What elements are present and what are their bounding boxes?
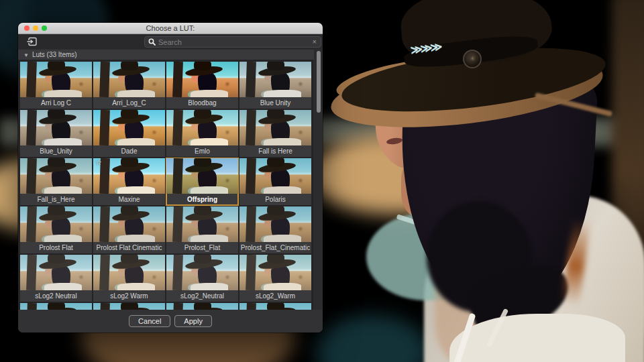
thumb-tree-trunk <box>246 62 256 97</box>
lut-item[interactable]: Bloodbag <box>166 62 238 109</box>
apply-button[interactable]: Apply <box>174 315 212 327</box>
lut-item[interactable]: sLog2_Neutral <box>166 255 238 302</box>
cancel-button[interactable]: Cancel <box>129 315 170 327</box>
lut-name-label: Blue_Unity <box>20 145 92 157</box>
lut-thumbnail <box>239 206 311 242</box>
lut-thumbnail-scene <box>93 62 165 97</box>
search-icon <box>148 38 156 46</box>
lut-name-label: Prolost Flat Cinematic <box>93 242 165 253</box>
lut-grid: Arri Log C Arri_Log_C <box>18 60 313 311</box>
lut-thumbnail-scene <box>93 110 165 145</box>
thumb-tree-trunk <box>26 158 37 194</box>
dialog-titlebar: Choose a LUT: <box>18 23 323 34</box>
lut-name-label: Dade <box>93 145 165 157</box>
lut-item[interactable]: Emlo <box>166 110 238 157</box>
lut-item[interactable]: ☆ Maxine <box>93 158 165 205</box>
lut-thumbnail <box>166 62 238 97</box>
close-button[interactable] <box>24 25 30 31</box>
thumb-hat-crown <box>267 206 285 215</box>
thumb-hat-crown <box>267 158 285 167</box>
lut-thumbnail <box>20 110 92 145</box>
choose-lut-dialog: Choose a LUT: × ▼Luts (33 Items) <box>18 23 323 333</box>
lut-item[interactable]: Prolost Flat Cinematic <box>93 206 165 253</box>
thumb-white-top <box>264 138 301 145</box>
lut-item[interactable]: Offspring <box>166 158 238 205</box>
lut-name-label: sLog2 Warm <box>93 290 165 302</box>
lut-item[interactable]: Prolost_Flat_Cinematic <box>239 206 311 253</box>
lut-item[interactable]: Arri_Log_C <box>93 62 165 109</box>
lut-name-label: Blue Unity <box>239 97 311 109</box>
lut-item[interactable]: Dade <box>93 110 165 157</box>
thumb-tree-trunk <box>26 206 37 242</box>
thumb-tree-trunk <box>99 110 110 145</box>
thumb-hat-crown <box>267 110 285 119</box>
thumb-tree-trunk <box>172 158 183 194</box>
favorite-star-icon: ☆ <box>95 158 102 167</box>
clear-search-icon[interactable]: × <box>309 37 321 47</box>
thumb-white-top <box>44 90 82 97</box>
lut-item[interactable]: Blue_Unity <box>20 110 92 157</box>
lut-name-label: Polaris <box>239 194 311 205</box>
lut-item[interactable]: sLog2_Warm <box>239 255 311 302</box>
import-lut-icon <box>26 36 38 47</box>
search-field: × <box>144 36 321 48</box>
lut-item[interactable]: Polaris <box>239 158 311 205</box>
traffic-lights <box>24 25 47 31</box>
luts-section-header[interactable]: ▼Luts (33 Items) <box>18 50 323 60</box>
lut-thumbnail <box>239 62 311 97</box>
thumb-hat-crown <box>48 110 66 119</box>
lut-thumbnail <box>166 206 238 242</box>
lut-thumbnail <box>20 158 92 194</box>
lut-item[interactable]: Fall_is_Here <box>20 158 92 205</box>
lut-thumbnail <box>239 158 311 194</box>
lut-thumbnail <box>20 62 92 97</box>
lut-name-label: Offspring <box>166 194 238 205</box>
thumb-white-top <box>117 90 155 97</box>
thumb-white-top <box>117 235 155 242</box>
thumb-white-top <box>264 283 301 290</box>
lut-thumbnail <box>93 255 165 290</box>
thumb-tree-trunk <box>26 110 37 145</box>
lut-thumbnail: ☆ <box>93 158 165 194</box>
lut-thumbnail-scene <box>20 62 92 97</box>
lut-name-label: Prolost_Flat <box>166 242 238 253</box>
thumb-white-top <box>264 235 301 242</box>
lut-item[interactable]: sLog2 Warm <box>93 255 165 302</box>
lut-item[interactable]: Prolost Flat <box>20 206 92 253</box>
lut-item[interactable]: Prolost_Flat <box>166 206 238 253</box>
search-input[interactable] <box>156 38 309 46</box>
thumb-tree-trunk <box>172 110 183 145</box>
thumb-white-top <box>44 138 82 145</box>
lut-item[interactable]: Blue Unity <box>239 62 311 109</box>
lut-item[interactable]: Fall is Here <box>239 110 311 157</box>
thumb-white-top <box>117 186 155 194</box>
thumb-white-top <box>191 138 228 145</box>
thumb-white-top <box>44 283 82 290</box>
lut-name-label: Bloodbag <box>166 97 238 109</box>
lut-thumbnail-scene <box>166 255 238 290</box>
thumb-hat-crown <box>194 62 212 70</box>
scrollbar-thumb[interactable] <box>317 51 321 113</box>
zoom-button[interactable] <box>42 25 47 31</box>
lut-thumbnail <box>93 206 165 242</box>
lut-thumbnail <box>166 110 238 145</box>
thumb-white-top <box>117 283 155 290</box>
lut-name-label: Fall is Here <box>239 145 311 157</box>
lut-name-label: sLog2_Neutral <box>166 290 238 302</box>
shadow-bokeh <box>315 315 429 362</box>
thumb-tree-trunk <box>246 206 256 242</box>
thumb-hat-crown <box>267 62 285 70</box>
thumb-hat-crown <box>121 255 139 263</box>
thumb-tree-trunk <box>172 255 183 290</box>
minimize-button[interactable] <box>33 25 38 31</box>
thumb-white-top <box>191 235 228 242</box>
lut-item[interactable]: Arri Log C <box>20 62 92 109</box>
lut-thumbnail <box>93 110 165 145</box>
thumb-hat-crown <box>194 110 212 119</box>
thumb-hat-crown <box>194 255 212 263</box>
lut-thumbnail-scene <box>239 255 311 290</box>
import-lut-button[interactable] <box>26 36 38 47</box>
thumb-tree-trunk <box>26 255 37 290</box>
lut-thumbnail <box>20 206 92 242</box>
lut-item[interactable]: sLog2 Neutral <box>20 255 92 302</box>
